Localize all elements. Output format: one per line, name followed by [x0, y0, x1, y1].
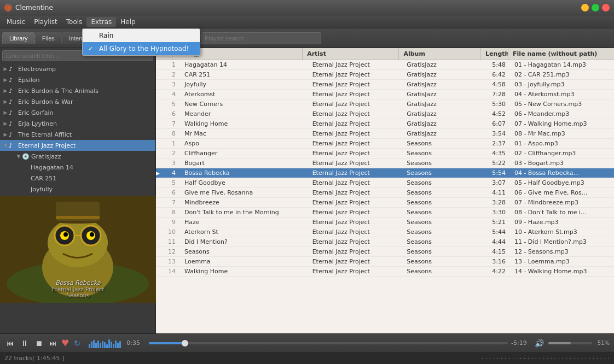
menu-help[interactable]: Help: [116, 17, 140, 27]
sidebar-item-joyfully[interactable]: Joyfully: [0, 184, 155, 195]
sidebar-item-eric-gorfain[interactable]: ▶ ♪ Eric Gorfain: [0, 107, 155, 118]
maximize-button[interactable]: [592, 4, 599, 11]
dropdown-item-hypnotoad[interactable]: ✓ All Glory to the Hypnotoad!: [83, 42, 200, 55]
playlist-row[interactable]: 6Give me Five, RosannaEternal Jazz Proje…: [156, 188, 614, 198]
dropdown-item-rain[interactable]: Rain: [83, 29, 200, 42]
track-filename: 02 - CAR 251.mp3: [510, 71, 614, 79]
sidebar-item-car251[interactable]: CAR 251: [0, 173, 155, 184]
track-album: GratisJazz: [402, 120, 483, 128]
expand-arrow: ▶: [2, 99, 9, 104]
playlist-row[interactable]: 5New CornersEternal Jazz ProjectGratisJa…: [156, 99, 614, 109]
playlist-row[interactable]: 3JoyfullyEternal Jazz ProjectGratisJazz4…: [156, 80, 614, 90]
playlist-row[interactable]: 12SeasonsEternal Jazz ProjectSeasons4:15…: [156, 247, 614, 257]
track-title: Walking Home: [180, 267, 308, 275]
track-album: Seasons: [402, 159, 483, 167]
track-album: GratisJazz: [402, 130, 483, 138]
track-number: 9: [164, 218, 180, 226]
sidebar-item-epsilon[interactable]: ▶ ♪ Epsilon: [0, 74, 155, 85]
playlist-row[interactable]: 7MindbreezeEternal Jazz ProjectSeasons3:…: [156, 198, 614, 208]
track-title: Aterkorn St: [180, 228, 308, 236]
playlist-row[interactable]: ▶4Bossa RebeckaEternal Jazz ProjectSeaso…: [156, 168, 614, 178]
tab-files[interactable]: Files: [35, 32, 62, 44]
next-button[interactable]: ⏭: [47, 337, 59, 349]
track-artist: Eternal Jazz Project: [308, 208, 403, 216]
sidebar-item-eric-war[interactable]: ▶ ♪ Eric Burdon & War: [0, 96, 155, 107]
menu-tools[interactable]: Tools: [62, 17, 87, 27]
close-button[interactable]: [602, 4, 610, 11]
eq-bar: [95, 343, 97, 348]
svg-rect-13: [56, 216, 100, 219]
extras-dropdown: Rain ✓ All Glory to the Hypnotoad!: [82, 28, 200, 56]
playlist-search-input[interactable]: [201, 32, 321, 44]
eq-bar: [100, 343, 101, 348]
sidebar-item-eternal-afflict[interactable]: ▶ ♪ The Eternal Afflict: [0, 129, 155, 140]
track-filename: 14 - Walking Home.mp3: [510, 267, 614, 275]
playlist-row[interactable]: 2CliffhangerEternal Jazz ProjectSeasons4…: [156, 149, 614, 158]
eq-bar: [115, 340, 117, 348]
playlist-row[interactable]: 3BogartEternal Jazz ProjectSeasons5:2203…: [156, 158, 614, 168]
track-artist: Eternal Jazz Project: [308, 90, 403, 98]
track-filename: 06 - Give me Five, Ros...: [510, 189, 614, 197]
prev-button[interactable]: ⏮: [4, 337, 16, 349]
track-length: 3:30: [483, 208, 510, 216]
track-filename: 05 - Half Goodbye.mp3: [510, 179, 614, 187]
expand-arrow: ▶: [2, 110, 9, 115]
track-artist: Eternal Jazz Project: [308, 120, 403, 128]
artist-icon: ♪: [9, 120, 16, 127]
sidebar-item-eternal-jazz[interactable]: ▼ ♪ Eternal Jazz Project: [0, 140, 155, 151]
playlist-row[interactable]: 13LoemmaEternal Jazz ProjectSeasons3:161…: [156, 257, 614, 267]
play-pause-button[interactable]: ⏸: [19, 337, 31, 349]
playlist-row[interactable]: 5Half GoodbyeEternal Jazz ProjectSeasons…: [156, 178, 614, 188]
track-artist: Eternal Jazz Project: [308, 238, 403, 246]
playlist-row[interactable]: 2CAR 251Eternal Jazz ProjectGratisJazz6:…: [156, 70, 614, 80]
playlist-row[interactable]: 10Aterkorn StEternal Jazz ProjectSeasons…: [156, 227, 614, 237]
eq-bar: [104, 342, 106, 348]
col-header-album[interactable]: Album: [399, 48, 481, 60]
tab-library[interactable]: Library: [2, 32, 35, 44]
stop-button[interactable]: ⏹: [33, 337, 45, 349]
track-length: 5:30: [483, 100, 510, 108]
playlist-row[interactable]: 4AterkomstEternal Jazz ProjectGratisJazz…: [156, 90, 614, 99]
now-playing-artist: Eternal Jazz Project: [0, 286, 156, 292]
playlist-row[interactable]: 6MeanderEternal Jazz ProjectGratisJazz4:…: [156, 109, 614, 119]
shuffle-button[interactable]: ↻: [71, 337, 83, 349]
track-title: Walking Home: [180, 120, 308, 128]
playlist-row[interactable]: 8Don't Talk to me in the MorningEternal …: [156, 208, 614, 218]
playlist-row[interactable]: 11Did I Mention?Eternal Jazz ProjectSeas…: [156, 237, 614, 247]
playlist-row[interactable]: 1Hagagatan 14Eternal Jazz ProjectGratisJ…: [156, 60, 614, 70]
volume-fill: [548, 342, 571, 344]
progress-bar[interactable]: [149, 342, 508, 344]
col-header-filename[interactable]: File name (without path): [508, 48, 614, 60]
playlist-row[interactable]: 8Mr MacEternal Jazz ProjectGratisJazz3:5…: [156, 129, 614, 139]
menu-playlist[interactable]: Playlist: [30, 17, 62, 27]
sidebar-item-eric-animals[interactable]: ▶ ♪ Eric Burdon & The Animals: [0, 85, 155, 96]
heart-button[interactable]: ♥: [61, 338, 69, 348]
menu-extras[interactable]: Extras: [86, 17, 116, 27]
track-album: Seasons: [402, 228, 483, 236]
minimize-button[interactable]: [581, 4, 589, 11]
track-filename: 11 - Did I Mention?.mp3: [510, 238, 614, 246]
sidebar-item-gratisjazz[interactable]: ▼ 💿 GratisJazz: [0, 151, 155, 162]
track-length: 5:44: [483, 228, 510, 236]
playlist-row[interactable]: 7Walking HomeEternal Jazz ProjectGratisJ…: [156, 119, 614, 129]
track-artist: Eternal Jazz Project: [308, 248, 403, 256]
sidebar-item-hagagatan[interactable]: Hagagatan 14: [0, 162, 155, 173]
artist-icon: ♪: [9, 87, 16, 95]
col-header-artist[interactable]: Artist: [303, 48, 399, 60]
sidebar-item-erja[interactable]: ▶ ♪ Erja Lyytinen: [0, 118, 155, 129]
volume-bar[interactable]: [548, 342, 592, 344]
track-title: Cliffhanger: [180, 149, 308, 157]
menu-music[interactable]: Music: [2, 17, 30, 27]
playlist-row[interactable]: 9HazeEternal Jazz ProjectSeasons5:2109 -…: [156, 218, 614, 227]
track-title: Mr Mac: [180, 130, 308, 138]
track-artist: Eternal Jazz Project: [308, 228, 403, 236]
artist-icon: ♪: [9, 66, 16, 73]
current-time: 0:35: [126, 339, 146, 347]
playlist-row[interactable]: 14Walking HomeEternal Jazz ProjectSeason…: [156, 267, 614, 277]
playlist-row[interactable]: 1AspoEternal Jazz ProjectSeasons2:3701 -…: [156, 139, 614, 149]
playlist-header: # Title ▲ Artist Album Length File name …: [156, 48, 614, 60]
track-album: GratisJazz: [402, 90, 483, 98]
col-header-length[interactable]: Length: [481, 48, 508, 60]
track-filename: 12 - Seasons.mp3: [510, 248, 614, 256]
sidebar-item-electrovamp[interactable]: ▶ ♪ Electrovamp: [0, 63, 155, 74]
